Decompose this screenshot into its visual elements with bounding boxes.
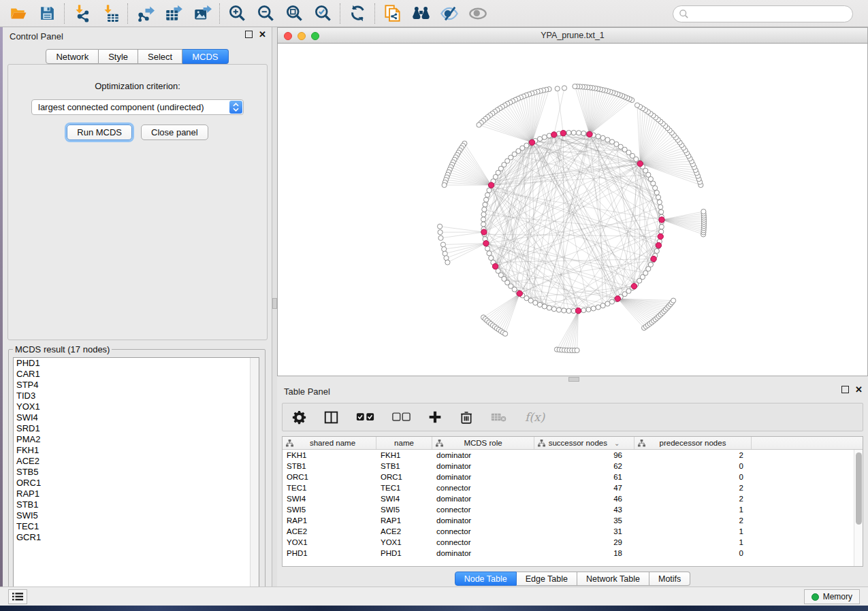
close-panel-button[interactable]: ✕ (855, 386, 863, 393)
list-item[interactable]: ACE2 (14, 456, 259, 467)
zoom-selected-button[interactable] (308, 1, 337, 26)
list-item[interactable]: ORC1 (14, 478, 259, 489)
tab-style[interactable]: Style (99, 49, 138, 64)
float-panel-button[interactable] (841, 386, 849, 393)
table-row[interactable]: STB1STB1dominator620 (283, 461, 854, 472)
apply-function-button[interactable]: f(x) (525, 410, 545, 424)
memory-button[interactable]: Memory (804, 589, 860, 604)
float-panel-button[interactable] (245, 31, 253, 38)
list-item[interactable]: STP4 (14, 380, 259, 391)
column-header-mcds-role[interactable]: MCDS role (432, 437, 534, 449)
tab-motifs[interactable]: Motifs (649, 572, 690, 586)
table-row[interactable]: FKH1FKH1dominator962 (283, 450, 854, 461)
table-row[interactable]: RAP1RAP1dominator352 (283, 515, 854, 526)
save-session-button[interactable] (33, 1, 61, 26)
run-mcds-button[interactable]: Run MCDS (67, 125, 132, 140)
optimization-criterion-select[interactable]: largest connected component (undirected) (31, 99, 244, 115)
trash-icon (460, 410, 473, 425)
tab-edge-table[interactable]: Edge Table (517, 572, 577, 586)
window-zoom-button[interactable] (311, 32, 319, 40)
import-table-button[interactable] (96, 1, 125, 26)
table-cell: connector (432, 527, 534, 535)
list-item[interactable]: STB1 (14, 499, 259, 510)
import-network-button[interactable] (67, 1, 96, 26)
window-close-button[interactable] (284, 32, 292, 40)
table-cell: FKH1 (283, 451, 376, 459)
table-row[interactable]: SWI5SWI5connector431 (283, 504, 854, 515)
scrollbar-thumb[interactable] (856, 452, 862, 525)
network-window-titlebar[interactable]: YPA_prune.txt_1 (277, 27, 868, 44)
column-header-name[interactable]: name (376, 437, 432, 449)
search-icon (679, 9, 689, 19)
delete-table-button[interactable] (491, 412, 507, 423)
list-item[interactable]: TID3 (14, 391, 259, 401)
split-columns-icon (324, 410, 338, 425)
vertical-splitter[interactable] (272, 27, 277, 587)
network-graph[interactable] (278, 44, 867, 376)
table-row[interactable]: ACE2ACE2connector311 (283, 526, 854, 537)
show-all-button[interactable] (464, 1, 492, 26)
table-row[interactable]: SWI4SWI4dominator462 (283, 493, 854, 504)
column-header-shared-name[interactable]: shared name (283, 437, 376, 449)
export-table-button[interactable] (159, 1, 188, 26)
tab-network[interactable]: Network (46, 49, 99, 64)
list-item[interactable]: FKH1 (14, 445, 259, 456)
network-view[interactable] (277, 44, 868, 376)
import-network-icon (73, 4, 91, 22)
close-panel-button[interactable]: ✕ (259, 31, 266, 38)
select-all-button[interactable] (356, 412, 374, 422)
list-item[interactable]: STB5 (14, 467, 259, 478)
delete-column-button[interactable] (460, 410, 473, 425)
zoom-in-button[interactable] (223, 1, 251, 26)
add-column-button[interactable] (428, 410, 442, 424)
list-item[interactable]: SRD1 (14, 423, 259, 434)
list-scrollbar[interactable] (250, 358, 259, 596)
zoom-selected-icon (314, 4, 332, 22)
binoculars-icon (411, 3, 431, 23)
tab-node-table[interactable]: Node Table (455, 572, 517, 586)
find-neighbors-button[interactable] (406, 1, 435, 26)
zoom-out-button[interactable] (251, 1, 280, 26)
list-item[interactable]: PMA2 (14, 434, 259, 445)
control-panel-tabbar: Network Style Select MCDS (3, 49, 272, 64)
hide-selected-button[interactable] (435, 1, 464, 26)
list-item[interactable]: CAR1 (14, 369, 259, 380)
list-item[interactable]: PHD1 (14, 358, 259, 369)
close-mcds-panel-button[interactable]: Close panel (141, 125, 208, 140)
split-columns-button[interactable] (324, 410, 338, 425)
table-scrollbar[interactable] (854, 450, 863, 566)
list-item[interactable]: GCR1 (14, 532, 259, 543)
table-row[interactable]: ORC1ORC1dominator610 (283, 472, 854, 482)
tab-network-table[interactable]: Network Table (577, 572, 649, 586)
table-row[interactable]: TEC1TEC1connector472 (283, 482, 854, 493)
search-input[interactable] (673, 5, 853, 22)
export-network-button[interactable] (131, 1, 159, 26)
table-settings-button[interactable] (292, 410, 306, 425)
zoom-fit-button[interactable] (280, 1, 308, 26)
tab-mcds[interactable]: MCDS (182, 49, 228, 64)
column-header-predecessor-nodes[interactable]: predecessor nodes (634, 437, 752, 449)
list-item[interactable]: RAP1 (14, 489, 259, 499)
splitter-handle[interactable] (272, 298, 277, 309)
splitter-handle[interactable] (568, 377, 579, 382)
open-session-button[interactable] (4, 1, 33, 26)
tab-select[interactable]: Select (138, 49, 182, 64)
table-cell: YOX1 (376, 538, 432, 546)
list-item[interactable]: SWI4 (14, 412, 259, 423)
column-header-successor-nodes[interactable]: successor nodes ⌄ (534, 437, 634, 449)
table-row[interactable]: PHD1PHD1dominator180 (283, 548, 854, 559)
window-minimize-button[interactable] (298, 32, 306, 40)
list-item[interactable]: YOX1 (14, 401, 259, 412)
deselect-all-button[interactable] (392, 412, 411, 422)
export-image-button[interactable] (188, 1, 216, 26)
table-cell: SWI5 (376, 506, 432, 514)
refresh-button[interactable] (343, 1, 372, 26)
duplicate-network-button[interactable] (378, 1, 406, 26)
task-history-button[interactable] (8, 589, 27, 604)
horizontal-splitter[interactable] (277, 376, 868, 382)
list-item[interactable]: SWI5 (14, 510, 259, 521)
table-cell: YOX1 (283, 538, 376, 546)
mcds-result-list[interactable]: PHD1 CAR1 STP4 TID3 YOX1 SWI4 SRD1 PMA2 … (13, 357, 259, 597)
list-item[interactable]: TEC1 (14, 521, 259, 532)
table-row[interactable]: YOX1YOX1connector291 (283, 537, 854, 548)
